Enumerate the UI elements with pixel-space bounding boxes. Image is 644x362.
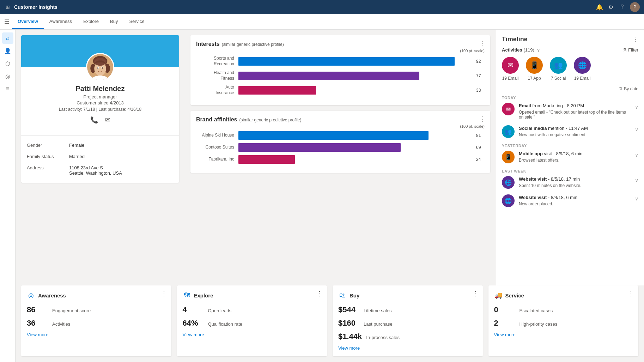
explore-header: 🗺 Explore xyxy=(183,291,322,300)
interests-title: Interests (similar generic predictive pr… xyxy=(196,41,485,47)
timeline-panel: Timeline ⋮ Activities (119) ∨ ⚗ Filter xyxy=(496,30,644,285)
last-purchase-value: $160 xyxy=(338,319,359,328)
brand-affinities-card: ⋮ Brand affinities (similar generic pred… xyxy=(190,111,490,173)
service-metric-escalated: 0 Escalated cases xyxy=(494,305,633,314)
help-icon[interactable]: ? xyxy=(619,4,626,11)
bell-icon[interactable]: 🔔 xyxy=(596,4,603,11)
website1-chevron[interactable]: ∨ xyxy=(635,176,638,183)
tab-awareness[interactable]: Awareness xyxy=(44,14,78,29)
interests-menu[interactable]: ⋮ xyxy=(480,40,486,47)
explore-metric-leads: 4 Open leads xyxy=(183,305,322,314)
website2-item-title: Website visit - 8/4/18, 6 min xyxy=(519,194,631,201)
tab-service[interactable]: Service xyxy=(123,14,150,29)
tab-overview[interactable]: Overview xyxy=(12,14,44,29)
main-wrapper: Patti Melendez Project manager Customer … xyxy=(16,30,644,362)
family-value: Married xyxy=(69,154,85,159)
email-circle-1: ✉ xyxy=(502,57,519,74)
buy-menu[interactable]: ⋮ xyxy=(472,290,479,297)
explore-view-more[interactable]: View more xyxy=(183,332,322,337)
filter-button[interactable]: ⚗ Filter xyxy=(622,47,638,53)
sidebar: ⌂ 👤 ⬡ ◎ ≡ xyxy=(0,30,16,362)
gender-value: Female xyxy=(69,143,84,148)
tab-buy[interactable]: Buy xyxy=(104,14,123,29)
avatar[interactable]: P xyxy=(630,2,640,12)
tab-explore[interactable]: Explore xyxy=(78,14,104,29)
activity-icon-email1[interactable]: ✉ 19 Email xyxy=(502,57,519,81)
buy-view-more[interactable]: View more xyxy=(338,345,477,351)
last-purchase-label: Last purchase xyxy=(364,321,393,327)
activity-icon-email2[interactable]: 🌐 19 Email xyxy=(574,57,591,81)
escalated-label: Escalated cases xyxy=(520,308,553,313)
service-metric-highpriority: 2 High-priority cases xyxy=(494,319,633,328)
activity-icons-row: ✉ 19 Email 📱 17 App 👥 7 Social 🌐 19 Emai… xyxy=(502,57,638,81)
activity-icon-social[interactable]: 👥 7 Social xyxy=(550,57,567,81)
awareness-title: Awareness xyxy=(38,292,66,298)
hamburger-icon[interactable]: ☰ xyxy=(4,18,9,25)
app-chevron[interactable]: ∨ xyxy=(635,151,638,158)
explore-card: ⋮ 🗺 Explore 4 Open leads 64% Qualificati… xyxy=(177,285,327,356)
social-chevron[interactable]: ∨ xyxy=(635,125,638,132)
timeline-item-app: 📱 Mobile app visit - 8/9/18, 6 min Brows… xyxy=(502,151,638,163)
awareness-menu[interactable]: ⋮ xyxy=(161,290,167,297)
grid-icon[interactable]: ⊞ xyxy=(4,4,11,11)
timeline-menu[interactable]: ⋮ xyxy=(632,35,638,43)
left-column: Patti Melendez Project manager Customer … xyxy=(16,30,185,285)
filter-icon: ⚗ xyxy=(622,47,627,53)
awareness-icon: ◎ xyxy=(27,291,35,300)
explore-menu[interactable]: ⋮ xyxy=(316,290,323,297)
bar-fill-auto xyxy=(238,86,316,95)
bar-fill-alpine xyxy=(238,131,429,140)
grid-container: Patti Melendez Project manager Customer … xyxy=(16,30,644,285)
brand-scale: (100 pt. scale) xyxy=(196,124,485,128)
service-menu[interactable]: ⋮ xyxy=(628,290,634,297)
awareness-metric-activities: 36 Activities xyxy=(27,319,166,328)
lifetime-sales-label: Lifetime sales xyxy=(364,308,391,313)
bar-row-health: Health andFitness 77 xyxy=(196,70,485,81)
activity-icon-app[interactable]: 📱 17 App xyxy=(526,57,543,81)
buy-card: ⋮ 🛍 Buy $544 Lifetime sales $160 Last pu… xyxy=(333,285,483,356)
email-chevron[interactable]: ∨ xyxy=(635,103,638,110)
sidebar-icon-home[interactable]: ⌂ xyxy=(2,32,13,44)
interests-card: ⋮ Interests (similar generic predictive … xyxy=(190,35,490,105)
website2-chevron[interactable]: ∨ xyxy=(635,194,638,201)
sidebar-icon-people[interactable]: 👤 xyxy=(2,45,13,56)
interests-scale: (100 pt. scale) xyxy=(196,49,485,53)
buy-metric-lifetime: $544 Lifetime sales xyxy=(338,305,477,314)
by-date-row: ⇅ By date xyxy=(502,86,638,91)
profile-job-title: Project manager xyxy=(27,94,174,99)
profile-last-activity: Last activity: 7/1/18 | Last purchase: 4… xyxy=(27,107,174,112)
profile-since: Customer since 4/2013 xyxy=(27,100,174,105)
top-bar: ⊞ Customer Insights 🔔 ⚙ ? P xyxy=(0,0,644,14)
sidebar-icon-chart[interactable]: ⬡ xyxy=(2,58,13,69)
gender-label: Gender xyxy=(27,143,69,148)
nav-tabs: Overview Awareness Explore Buy Service xyxy=(12,14,150,29)
service-view-more[interactable]: View more xyxy=(494,332,633,337)
explore-icon: 🗺 xyxy=(183,291,191,300)
timeline-title: Timeline xyxy=(502,36,632,43)
escalated-value: 0 xyxy=(494,305,515,314)
email-icon[interactable]: ✉ xyxy=(105,116,110,124)
app-item-title: Mobile app visit - 8/9/18, 6 min xyxy=(519,151,631,157)
qualification-label: Qualification rate xyxy=(208,321,243,327)
phone-icon[interactable]: 📞 xyxy=(90,116,98,124)
by-date-button[interactable]: ⇅ By date xyxy=(619,86,638,91)
app-title: Customer Insights xyxy=(14,4,57,10)
awareness-header: ◎ Awareness xyxy=(27,291,166,300)
inprocess-label: In-process sales xyxy=(366,335,400,340)
awareness-view-more[interactable]: View more xyxy=(27,332,166,337)
activities-value: 36 xyxy=(27,319,48,328)
sidebar-icon-target[interactable]: ◎ xyxy=(2,71,13,82)
awareness-metric-engagement: 86 Engagement score xyxy=(27,305,166,314)
buy-metric-inprocess: $1.44k In-process sales xyxy=(338,332,477,341)
settings-icon[interactable]: ⚙ xyxy=(607,4,614,11)
email-dot: ✉ xyxy=(502,103,515,115)
profile-actions: 📞 ✉ xyxy=(27,116,174,124)
bar-fill-fabrikam xyxy=(238,155,295,164)
activities-chevron[interactable]: ∨ xyxy=(537,47,540,53)
sidebar-icon-analytics[interactable]: ≡ xyxy=(2,83,13,95)
awareness-card: ⋮ ◎ Awareness 86 Engagement score 36 Act… xyxy=(21,285,171,356)
explore-title: Explore xyxy=(194,292,213,298)
lifetime-sales-value: $544 xyxy=(338,305,359,314)
brand-menu[interactable]: ⋮ xyxy=(480,115,486,123)
inprocess-value: $1.44k xyxy=(338,332,362,341)
